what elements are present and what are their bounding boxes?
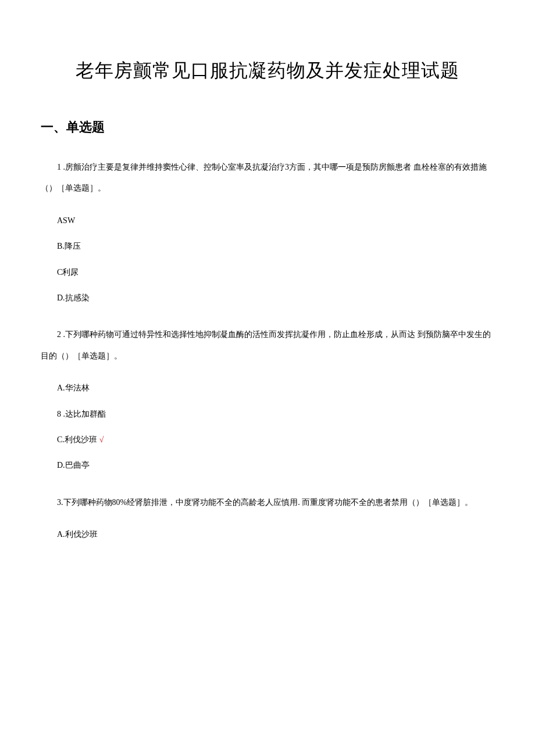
option-text: B.降压 [57,242,81,250]
question-stem: 3.下列哪种药物80%经肾脏排泄，中度肾功能不全的高龄老人应慎用. 而重度肾功能… [41,492,494,513]
question-stem: 1 .房颤治疗主要是复律并维持窦性心律、控制心室率及抗凝治疗3方面，其中哪一项是… [41,157,494,199]
question-block: 1 .房颤治疗主要是复律并维持窦性心律、控制心室率及抗凝治疗3方面，其中哪一项是… [41,157,494,304]
question-block: 3.下列哪种药物80%经肾脏排泄，中度肾功能不全的高龄老人应慎用. 而重度肾功能… [41,492,494,542]
answer-option: A.利伐沙班 [41,528,494,541]
answer-option: C.利伐沙班√ [41,433,494,446]
option-text: C.利伐沙班 [57,435,97,444]
option-text: 8 .达比加群酯 [57,410,106,418]
document-title: 老年房颤常见口服抗凝药物及并发症处理试题 [41,58,494,84]
question-block: 2 .下列哪种药物可通过特异性和选择性地抑制凝血酶的活性而发挥抗凝作用，防止血栓… [41,324,494,472]
check-icon: √ [99,435,104,444]
section-heading: 一、单选题 [41,119,494,136]
option-text: A.华法林 [57,384,90,392]
question-stem: 2 .下列哪种药物可通过特异性和选择性地抑制凝血酶的活性而发挥抗凝作用，防止血栓… [41,324,494,367]
answer-option: D.巴曲亭 [41,459,494,472]
answer-option: B.降压 [41,240,494,253]
answer-option: C利尿 [41,266,494,279]
option-text: D.抗感染 [57,293,90,302]
option-text: D.巴曲亭 [57,461,90,470]
document-page: 老年房颤常见口服抗凝药物及并发症处理试题 一、单选题 1 .房颤治疗主要是复律并… [0,0,535,596]
option-text: A.利伐沙班 [57,530,98,539]
option-text: C利尿 [57,268,79,277]
answer-option: D.抗感染 [41,292,494,304]
answer-option: 8 .达比加群酯 [41,408,494,421]
answer-option: ASW [41,214,494,227]
option-text: ASW [57,216,75,225]
answer-option: A.华法林 [41,382,494,395]
